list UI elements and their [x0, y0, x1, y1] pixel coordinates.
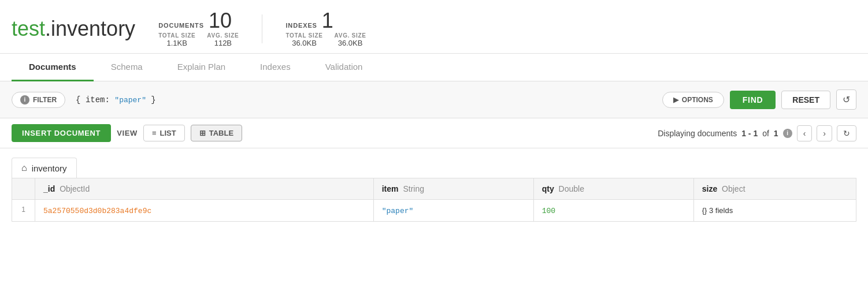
size-value: {} 3 fields	[702, 206, 733, 215]
data-table: _id ObjectId item String qty Double size…	[12, 178, 856, 222]
reset-button[interactable]: RESET	[781, 91, 830, 109]
house-icon: ⌂	[21, 163, 27, 173]
next-page-button[interactable]: ›	[817, 125, 832, 141]
col-item: item String	[373, 178, 533, 200]
filter-button[interactable]: i FILTER	[12, 92, 65, 108]
action-bar: INSERT DOCUMENT VIEW ≡ LIST ⊞ TABLE Disp…	[0, 118, 868, 148]
display-range: 1 - 1	[741, 129, 758, 138]
history-button[interactable]: ↺	[836, 89, 856, 110]
collection-name-title: inventory	[51, 17, 135, 40]
indexes-total-size: TOTAL SIZE 36.0KB	[285, 32, 322, 47]
list-label: LIST	[160, 129, 176, 137]
tab-validation[interactable]: Validation	[308, 54, 380, 81]
tab-explain-plan[interactable]: Explain Plan	[160, 54, 243, 81]
indexes-label: INDEXES	[285, 22, 317, 29]
total-size-label: TOTAL SIZE	[158, 32, 195, 39]
tab-schema[interactable]: Schema	[94, 54, 160, 81]
cell-size[interactable]: {} 3 fields	[693, 200, 856, 222]
indexes-count: 1	[322, 10, 333, 31]
action-bar-left: INSERT DOCUMENT VIEW ≡ LIST ⊞ TABLE	[12, 124, 242, 142]
col-rownum	[12, 178, 35, 200]
documents-stat: DOCUMENTS 10 TOTAL SIZE 1.1KB AVG. SIZE …	[158, 10, 239, 47]
display-count: 1	[774, 129, 778, 138]
indexes-total-size-value: 36.0KB	[292, 39, 317, 47]
cell-qty[interactable]: 100	[533, 200, 693, 222]
table-header-row: _id ObjectId item String qty Double size…	[12, 178, 856, 200]
filter-input-display[interactable]: { item: "paper" }	[71, 93, 656, 107]
find-button[interactable]: FIND	[730, 91, 776, 109]
tab-bar: Documents Schema Explain Plan Indexes Va…	[0, 54, 868, 81]
col-size: size Object	[693, 178, 856, 200]
prev-page-button[interactable]: ‹	[797, 125, 813, 141]
cell-rownum: 1	[12, 200, 35, 222]
refresh-button[interactable]: ↻	[837, 125, 856, 141]
oid-value: 5a2570550d3d0b283a4dfe9c	[43, 207, 151, 215]
page-header: test.inventory DOCUMENTS 10 TOTAL SIZE 1…	[0, 0, 868, 54]
stats-divider	[262, 14, 262, 43]
filter-info-icon: i	[20, 95, 29, 105]
stats-group: DOCUMENTS 10 TOTAL SIZE 1.1KB AVG. SIZE …	[158, 10, 366, 47]
table-row: 1 5a2570550d3d0b283a4dfe9c "paper" 100 {…	[12, 200, 856, 222]
total-size-docs-value: 1.1KB	[167, 39, 187, 47]
indexes-avg-size-label: AVG. SIZE	[335, 32, 366, 39]
collection-title: test.inventory	[12, 17, 135, 41]
title-separator: .	[45, 17, 51, 40]
display-of: of	[762, 129, 769, 138]
display-info-icon[interactable]: i	[783, 129, 792, 138]
action-bar-right: Displaying documents 1 - 1 of 1 i ‹ › ↻	[658, 125, 856, 141]
options-arrow: ▶	[673, 96, 678, 104]
indexes-stat: INDEXES 1 TOTAL SIZE 36.0KB AVG. SIZE 36…	[285, 10, 366, 47]
tab-indexes[interactable]: Indexes	[243, 54, 308, 81]
table-view-button[interactable]: ⊞ TABLE	[191, 125, 242, 141]
insert-document-button[interactable]: INSERT DOCUMENT	[12, 124, 111, 142]
list-view-button[interactable]: ≡ LIST	[143, 125, 185, 141]
docs-avg-size: AVG. SIZE 112B	[207, 32, 239, 47]
displaying-prefix: Displaying documents	[658, 129, 737, 138]
documents-count: 10	[209, 10, 232, 31]
avg-size-docs-value: 112B	[214, 39, 232, 47]
avg-size-label: AVG. SIZE	[207, 32, 239, 39]
cell-item[interactable]: "paper"	[373, 200, 533, 222]
db-name: test	[12, 17, 45, 40]
view-label: VIEW	[117, 129, 138, 137]
collection-tab-label: inventory	[32, 163, 67, 173]
indexes-avg-size: AVG. SIZE 36.0KB	[335, 32, 366, 47]
table-label: TABLE	[209, 129, 233, 137]
cell-id[interactable]: 5a2570550d3d0b283a4dfe9c	[35, 200, 374, 222]
item-value: "paper"	[382, 207, 414, 215]
indexes-total-size-label: TOTAL SIZE	[285, 32, 322, 39]
options-button[interactable]: ▶ OPTIONS	[662, 92, 724, 108]
table-icon: ⊞	[199, 129, 206, 137]
col-qty: qty Double	[533, 178, 693, 200]
tab-documents[interactable]: Documents	[12, 54, 94, 81]
table-section: ⌂ inventory _id ObjectId item String qty…	[0, 148, 868, 222]
indexes-avg-size-value: 36.0KB	[338, 39, 363, 47]
list-icon: ≡	[152, 129, 157, 137]
collection-tab-header: ⌂ inventory	[12, 158, 77, 178]
filter-bar: i FILTER { item: "paper" } ▶ OPTIONS FIN…	[0, 81, 868, 118]
filter-label: FILTER	[33, 96, 57, 104]
documents-label: DOCUMENTS	[158, 22, 204, 29]
col-id: _id ObjectId	[35, 178, 374, 200]
qty-value: 100	[542, 207, 555, 215]
docs-total-size: TOTAL SIZE 1.1KB	[158, 32, 195, 47]
options-label: OPTIONS	[682, 96, 713, 104]
